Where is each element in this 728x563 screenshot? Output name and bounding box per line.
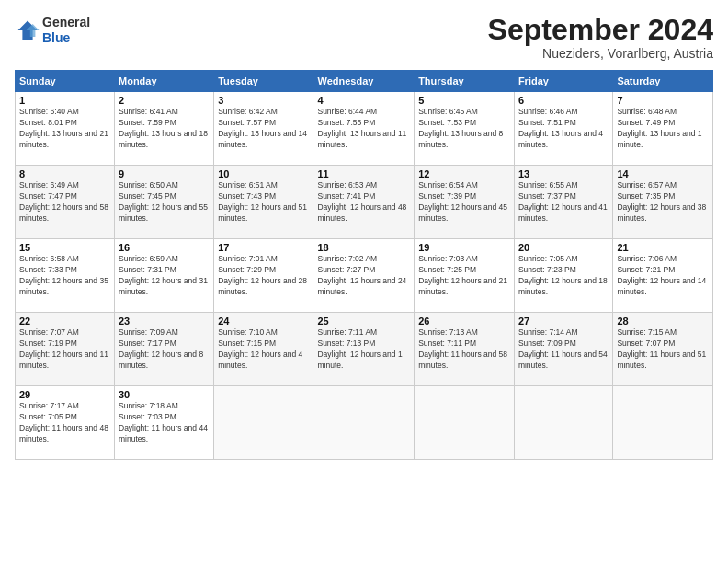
day-info: Sunrise: 6:50 AM Sunset: 7:45 PM Dayligh… bbox=[119, 180, 210, 224]
day-number: 3 bbox=[218, 95, 309, 106]
day-number: 22 bbox=[19, 316, 110, 327]
daylight-label: Daylight: 11 hours and 44 minutes. bbox=[119, 423, 208, 443]
logo-blue: Blue bbox=[42, 30, 90, 46]
sunset-label: Sunset: 7:45 PM bbox=[119, 191, 176, 201]
daylight-label: Daylight: 12 hours and 14 minutes. bbox=[617, 276, 706, 296]
sunrise-label: Sunrise: 7:03 AM bbox=[418, 254, 478, 263]
sunrise-label: Sunrise: 6:44 AM bbox=[317, 107, 377, 116]
daylight-label: Daylight: 12 hours and 8 minutes. bbox=[119, 350, 203, 370]
sunset-label: Sunset: 7:29 PM bbox=[218, 265, 276, 274]
day-info: Sunrise: 6:55 AM Sunset: 7:37 PM Dayligh… bbox=[518, 180, 609, 224]
calendar-cell bbox=[514, 386, 612, 460]
daylight-label: Daylight: 12 hours and 48 minutes. bbox=[317, 202, 406, 223]
daylight-label: Daylight: 12 hours and 35 minutes. bbox=[19, 276, 108, 296]
logo-general: General bbox=[42, 15, 90, 30]
day-info: Sunrise: 6:45 AM Sunset: 7:53 PM Dayligh… bbox=[418, 107, 510, 151]
day-info: Sunrise: 6:44 AM Sunset: 7:55 PM Dayligh… bbox=[317, 107, 410, 151]
logo: General Blue bbox=[15, 15, 90, 46]
week-row-5: 29 Sunrise: 7:17 AM Sunset: 7:05 PM Dayl… bbox=[16, 386, 713, 460]
logo-icon bbox=[15, 17, 40, 43]
day-info: Sunrise: 7:17 AM Sunset: 7:05 PM Dayligh… bbox=[19, 401, 110, 445]
day-number: 14 bbox=[617, 168, 709, 179]
weekday-monday: Monday bbox=[115, 71, 214, 92]
day-number: 20 bbox=[518, 242, 609, 253]
daylight-label: Daylight: 11 hours and 58 minutes. bbox=[418, 350, 507, 370]
weekday-header: SundayMondayTuesdayWednesdayThursdayFrid… bbox=[16, 71, 713, 92]
calendar-cell: 28 Sunrise: 7:15 AM Sunset: 7:07 PM Dayl… bbox=[613, 313, 713, 386]
day-info: Sunrise: 6:59 AM Sunset: 7:31 PM Dayligh… bbox=[119, 254, 210, 298]
sunrise-label: Sunrise: 6:51 AM bbox=[218, 180, 278, 190]
day-number: 12 bbox=[418, 168, 510, 179]
day-number: 23 bbox=[119, 316, 210, 327]
sunset-label: Sunset: 7:33 PM bbox=[19, 265, 77, 274]
day-info: Sunrise: 7:05 AM Sunset: 7:23 PM Dayligh… bbox=[518, 254, 609, 298]
sunset-label: Sunset: 7:41 PM bbox=[317, 191, 375, 201]
calendar-cell: 1 Sunrise: 6:40 AM Sunset: 8:01 PM Dayli… bbox=[16, 92, 115, 166]
day-number: 7 bbox=[617, 95, 709, 106]
day-info: Sunrise: 7:07 AM Sunset: 7:19 PM Dayligh… bbox=[19, 327, 110, 372]
sunrise-label: Sunrise: 7:09 AM bbox=[119, 327, 178, 337]
sunrise-label: Sunrise: 7:10 AM bbox=[218, 327, 278, 337]
sunrise-label: Sunrise: 7:02 AM bbox=[317, 254, 377, 263]
day-number: 1 bbox=[19, 95, 110, 106]
daylight-label: Daylight: 12 hours and 4 minutes. bbox=[218, 350, 302, 370]
daylight-label: Daylight: 13 hours and 4 minutes. bbox=[518, 129, 603, 149]
sunset-label: Sunset: 7:47 PM bbox=[19, 191, 77, 201]
daylight-label: Daylight: 12 hours and 38 minutes. bbox=[617, 202, 706, 223]
sunrise-label: Sunrise: 6:50 AM bbox=[119, 180, 178, 190]
day-number: 24 bbox=[218, 316, 309, 327]
week-row-1: 1 Sunrise: 6:40 AM Sunset: 8:01 PM Dayli… bbox=[16, 92, 713, 166]
daylight-label: Daylight: 11 hours and 54 minutes. bbox=[518, 350, 608, 370]
weekday-friday: Friday bbox=[514, 71, 612, 92]
daylight-label: Daylight: 13 hours and 21 minutes. bbox=[19, 129, 108, 149]
sunrise-label: Sunrise: 7:15 AM bbox=[617, 327, 677, 337]
calendar-cell: 24 Sunrise: 7:10 AM Sunset: 7:15 PM Dayl… bbox=[214, 313, 313, 386]
sunset-label: Sunset: 7:53 PM bbox=[418, 118, 476, 127]
sunset-label: Sunset: 7:05 PM bbox=[19, 412, 77, 421]
sunset-label: Sunset: 7:59 PM bbox=[119, 118, 176, 127]
weekday-thursday: Thursday bbox=[415, 71, 515, 92]
day-number: 10 bbox=[218, 168, 309, 179]
daylight-label: Daylight: 13 hours and 11 minutes. bbox=[317, 129, 406, 149]
daylight-label: Daylight: 13 hours and 8 minutes. bbox=[418, 129, 503, 149]
day-number: 2 bbox=[119, 95, 210, 106]
calendar-body: 1 Sunrise: 6:40 AM Sunset: 8:01 PM Dayli… bbox=[16, 92, 713, 460]
calendar-cell: 2 Sunrise: 6:41 AM Sunset: 7:59 PM Dayli… bbox=[115, 92, 214, 166]
sunset-label: Sunset: 7:21 PM bbox=[617, 265, 675, 274]
header: General Blue September 2024 Nueziders, V… bbox=[15, 15, 713, 61]
sunrise-label: Sunrise: 6:40 AM bbox=[19, 107, 79, 116]
day-info: Sunrise: 7:09 AM Sunset: 7:17 PM Dayligh… bbox=[119, 327, 210, 372]
day-info: Sunrise: 7:10 AM Sunset: 7:15 PM Dayligh… bbox=[218, 327, 309, 372]
daylight-label: Daylight: 12 hours and 31 minutes. bbox=[119, 276, 208, 296]
day-number: 11 bbox=[317, 168, 410, 179]
sunset-label: Sunset: 7:23 PM bbox=[518, 265, 576, 274]
sunset-label: Sunset: 7:03 PM bbox=[119, 412, 176, 421]
calendar-cell: 18 Sunrise: 7:02 AM Sunset: 7:27 PM Dayl… bbox=[313, 239, 415, 313]
sunset-label: Sunset: 7:27 PM bbox=[317, 265, 375, 274]
calendar-cell: 13 Sunrise: 6:55 AM Sunset: 7:37 PM Dayl… bbox=[514, 166, 612, 239]
daylight-label: Daylight: 11 hours and 51 minutes. bbox=[617, 350, 706, 370]
day-info: Sunrise: 7:01 AM Sunset: 7:29 PM Dayligh… bbox=[218, 254, 309, 298]
sunrise-label: Sunrise: 7:07 AM bbox=[19, 327, 79, 337]
day-info: Sunrise: 7:03 AM Sunset: 7:25 PM Dayligh… bbox=[418, 254, 510, 298]
page: General Blue September 2024 Nueziders, V… bbox=[0, 0, 728, 469]
calendar-cell bbox=[313, 386, 415, 460]
calendar-cell bbox=[214, 386, 313, 460]
sunrise-label: Sunrise: 6:41 AM bbox=[119, 107, 178, 116]
day-number: 4 bbox=[317, 95, 410, 106]
daylight-label: Daylight: 11 hours and 48 minutes. bbox=[19, 423, 108, 443]
daylight-label: Daylight: 12 hours and 55 minutes. bbox=[119, 202, 208, 223]
location-subtitle: Nueziders, Vorarlberg, Austria bbox=[488, 46, 713, 61]
sunset-label: Sunset: 7:31 PM bbox=[119, 265, 176, 274]
sunset-label: Sunset: 7:09 PM bbox=[518, 339, 576, 348]
day-info: Sunrise: 7:11 AM Sunset: 7:13 PM Dayligh… bbox=[317, 327, 410, 372]
sunset-label: Sunset: 7:49 PM bbox=[617, 118, 675, 127]
calendar-cell: 5 Sunrise: 6:45 AM Sunset: 7:53 PM Dayli… bbox=[415, 92, 515, 166]
logo-text: General Blue bbox=[42, 15, 90, 46]
daylight-label: Daylight: 12 hours and 18 minutes. bbox=[518, 276, 608, 296]
sunrise-label: Sunrise: 6:42 AM bbox=[218, 107, 278, 116]
calendar-cell: 21 Sunrise: 7:06 AM Sunset: 7:21 PM Dayl… bbox=[613, 239, 713, 313]
calendar-cell: 7 Sunrise: 6:48 AM Sunset: 7:49 PM Dayli… bbox=[613, 92, 713, 166]
day-info: Sunrise: 6:53 AM Sunset: 7:41 PM Dayligh… bbox=[317, 180, 410, 224]
sunrise-label: Sunrise: 6:48 AM bbox=[617, 107, 677, 116]
